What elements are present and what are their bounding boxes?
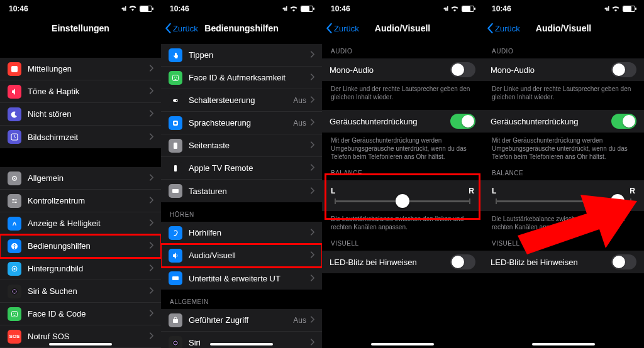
page-title: Audio/Visuell — [536, 23, 591, 33]
row-label: Schaltersteuerung — [189, 95, 293, 105]
guided-icon — [169, 313, 182, 327]
balance-slider[interactable] — [335, 200, 470, 202]
back-button[interactable]: Zurück — [487, 18, 520, 39]
home-indicator[interactable] — [210, 343, 273, 345]
noise-cancel-row[interactable]: Geräuschunterdrückung — [483, 110, 644, 133]
led-flash-toggle[interactable] — [450, 254, 475, 269]
section-header-visual: VISUELL — [322, 231, 483, 251]
row-guided[interactable]: Geführter ZugriffAus — [161, 309, 322, 332]
row-mitteilungen[interactable]: Mitteilungen — [0, 58, 161, 80]
row-siri[interactable]: Siri & Suchen — [0, 280, 161, 303]
noise-cancel-row[interactable]: Geräuschunterdrückung — [322, 110, 483, 133]
chevron-right-icon — [310, 338, 314, 347]
row-kbd[interactable]: Tastaturen — [161, 180, 322, 202]
back-label: Zurück — [495, 24, 520, 33]
noise-cancel-toggle[interactable] — [450, 114, 475, 129]
home-indicator[interactable] — [532, 343, 595, 345]
row-audio[interactable]: Audio/Visuell — [161, 244, 322, 267]
mono-audio-row[interactable]: Mono-Audio — [483, 58, 644, 81]
row-label: Notruf SOS — [28, 332, 149, 341]
led-flash-toggle[interactable] — [611, 254, 636, 269]
svg-rect-26 — [174, 143, 177, 149]
row-siri2[interactable]: Siri — [161, 332, 322, 348]
mono-audio-footer: Der Linke und der rechte Lautsprecher ge… — [322, 81, 483, 101]
mono-audio-toggle[interactable] — [450, 62, 475, 77]
signal-icon: •ııl — [121, 6, 126, 12]
chevron-right-icon — [149, 309, 153, 318]
chevron-right-icon — [310, 163, 314, 173]
row-atv[interactable]: Apple TV Remote — [161, 157, 322, 180]
row-gear[interactable]: Allgemein — [0, 167, 161, 190]
row-label: Mitteilungen — [28, 64, 149, 73]
row-label: Audio/Visuell — [189, 251, 310, 260]
section-header-hearing: HÖREN — [161, 202, 322, 222]
chevron-right-icon — [310, 274, 314, 283]
screen-accessibility: 10:46 •ııl Zurück Bedienungshilfen Tippe… — [161, 0, 322, 348]
svg-point-10 — [14, 268, 16, 269]
row-cc[interactable]: Untertitel & erweiterte UT — [161, 267, 322, 290]
row-label: Siri & Suchen — [28, 286, 149, 296]
balance-thumb[interactable] — [396, 194, 409, 208]
page-title: Audio/Visuell — [375, 23, 430, 33]
chevron-right-icon — [310, 228, 314, 237]
led-flash-row[interactable]: LED-Blitz bei Hinweisen — [483, 251, 644, 273]
row-label: Kontrollzentrum — [28, 196, 149, 205]
balance-slider-block: L R — [483, 180, 644, 211]
home-indicator[interactable] — [49, 343, 112, 345]
chevron-right-icon — [149, 219, 153, 228]
row-label: Allgemein — [28, 173, 149, 183]
siri-icon — [8, 285, 21, 298]
home-indicator[interactable] — [371, 343, 434, 345]
row-label: Nicht stören — [28, 109, 149, 119]
svg-rect-29 — [172, 276, 179, 280]
svg-rect-30 — [173, 319, 178, 323]
row-sounds[interactable]: Töne & Haptik — [0, 80, 161, 103]
row-display[interactable]: AAnzeige & Helligkeit — [0, 212, 161, 235]
svg-rect-28 — [172, 189, 179, 193]
row-voice[interactable]: SprachsteuerungAus — [161, 112, 322, 134]
row-control[interactable]: Kontrollzentrum — [0, 190, 161, 212]
led-flash-row[interactable]: LED-Blitz bei Hinweisen — [322, 251, 483, 273]
chevron-right-icon — [149, 109, 153, 119]
svg-point-8 — [14, 244, 15, 245]
navbar: Zurück Audio/Visuell — [322, 18, 483, 39]
row-screentime[interactable]: Bildschirmzeit — [0, 126, 161, 148]
balance-slider[interactable] — [496, 200, 631, 202]
row-faceid2[interactable]: Face ID & Aufmerksamkeit — [161, 67, 322, 89]
row-faceid[interactable]: Face ID & Code — [0, 303, 161, 325]
chevron-right-icon — [310, 251, 314, 260]
back-button[interactable]: Zurück — [165, 18, 198, 39]
dnd-icon — [8, 107, 21, 121]
voice-icon — [169, 116, 182, 130]
chevron-right-icon — [149, 64, 153, 73]
status-bar: 10:46 •ııl — [322, 0, 483, 18]
row-touch[interactable]: Tippen — [161, 44, 322, 67]
svg-rect-19 — [173, 75, 179, 80]
svg-rect-0 — [11, 66, 18, 72]
navbar: Einstellungen — [0, 18, 161, 39]
row-hearing[interactable]: Hörhilfen — [161, 222, 322, 244]
noise-cancel-toggle[interactable] — [611, 114, 636, 129]
mono-audio-row[interactable]: Mono-Audio — [322, 58, 483, 81]
balance-thumb[interactable] — [611, 194, 625, 208]
faceid-icon — [8, 307, 21, 321]
row-switch[interactable]: SchaltersteuerungAus — [161, 89, 322, 112]
sounds-icon — [8, 85, 21, 99]
svg-text:A: A — [13, 220, 17, 227]
row-detail: Aus — [293, 316, 306, 325]
row-label: Face ID & Code — [28, 309, 149, 318]
row-label: Geführter Zugriff — [189, 315, 293, 325]
cc-icon — [169, 271, 182, 285]
row-side[interactable]: Seitentaste — [161, 134, 322, 157]
mono-audio-toggle[interactable] — [611, 62, 636, 77]
row-detail: Aus — [293, 96, 306, 105]
row-dnd[interactable]: Nicht stören — [0, 103, 161, 126]
row-label: Hörhilfen — [189, 228, 310, 237]
row-access[interactable]: Bedienungshilfen — [0, 235, 161, 258]
back-button[interactable]: Zurück — [326, 18, 359, 39]
access-icon — [8, 239, 21, 253]
status-time: 10:46 — [331, 4, 350, 13]
svg-point-15 — [13, 313, 14, 313]
row-wall[interactable]: Hintergrundbild — [0, 258, 161, 280]
status-time: 10:46 — [170, 4, 189, 13]
